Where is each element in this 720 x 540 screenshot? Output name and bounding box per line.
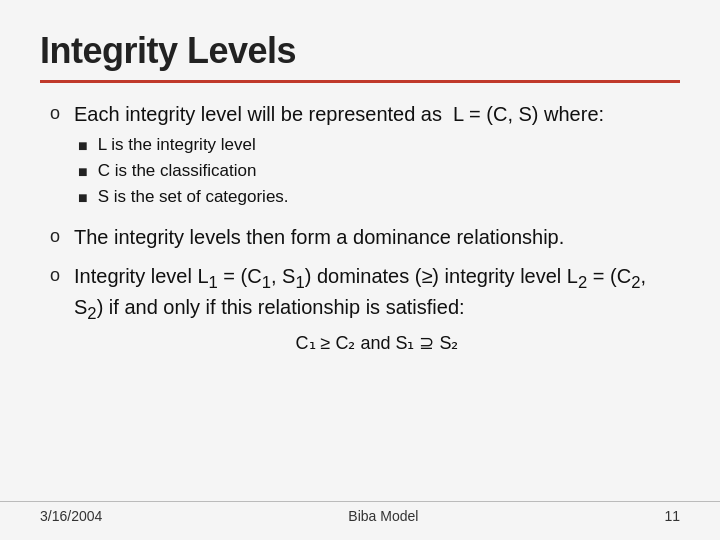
sub-bullets-1: ■ L is the integrity level ■ C is the cl… (78, 134, 604, 209)
sub-bullet-text-1-3: S is the set of categories. (98, 186, 289, 209)
slide-content: o Each integrity level will be represent… (40, 101, 680, 354)
bullet-marker-3: o (50, 265, 60, 286)
slide-footer: 3/16/2004 Biba Model 11 (0, 501, 720, 524)
bullet-marker-2: o (50, 226, 60, 247)
footer-page: 11 (664, 508, 680, 524)
sub-bullet-marker-1-2: ■ (78, 161, 88, 183)
title-underline (40, 80, 680, 83)
bullet-main-text-3: Integrity level L1 = (C1, S1) dominates … (74, 263, 680, 326)
slide-title: Integrity Levels (40, 30, 680, 72)
slide: Integrity Levels o Each integrity level … (0, 0, 720, 540)
footer-title: Biba Model (348, 508, 418, 524)
bullet-item-1: o Each integrity level will be represent… (50, 101, 680, 212)
bullet-text-3: Integrity level L1 = (C1, S1) dominates … (74, 263, 680, 354)
bullet-marker-1: o (50, 103, 60, 124)
formula: C₁ ≥ C₂ and S₁ ⊇ S₂ (74, 332, 680, 354)
sub-bullet-text-1-1: L is the integrity level (98, 134, 256, 157)
bullet-item-3: o Integrity level L1 = (C1, S1) dominate… (50, 263, 680, 354)
bullet-main-text-1: Each integrity level will be represented… (74, 101, 604, 128)
bullet-item-2: o The integrity levels then form a domin… (50, 224, 680, 251)
sub-bullet-marker-1-1: ■ (78, 135, 88, 157)
sub-bullet-marker-1-3: ■ (78, 187, 88, 209)
sub-bullet-1-3: ■ S is the set of categories. (78, 186, 604, 209)
bullet-text-2: The integrity levels then form a dominan… (74, 224, 564, 251)
bullet-text-1: Each integrity level will be represented… (74, 101, 604, 212)
sub-bullet-text-1-2: C is the classification (98, 160, 257, 183)
sub-bullet-1-1: ■ L is the integrity level (78, 134, 604, 157)
footer-date: 3/16/2004 (40, 508, 102, 524)
sub-bullet-1-2: ■ C is the classification (78, 160, 604, 183)
